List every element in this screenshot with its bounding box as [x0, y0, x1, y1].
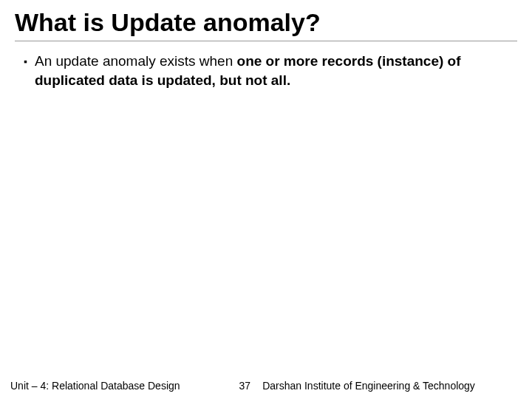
slide-container: What is Update anomaly? ▪ An update anom… — [0, 0, 532, 399]
bullet-marker-icon: ▪ — [24, 52, 27, 71]
bullet-prefix: An update anomaly exists when — [35, 53, 237, 69]
slide-footer: Unit – 4: Relational Database Design 37 … — [0, 380, 532, 392]
slide-title: What is Update anomaly? — [15, 9, 517, 41]
bullet-text: An update anomaly exists when one or mor… — [35, 52, 517, 89]
slide-content: ▪ An update anomaly exists when one or m… — [15, 52, 517, 399]
bullet-item: ▪ An update anomaly exists when one or m… — [24, 52, 517, 89]
footer-institute: Darshan Institute of Engineering & Techn… — [262, 380, 522, 392]
footer-page-number: 37 — [239, 380, 251, 392]
footer-unit: Unit – 4: Relational Database Design — [10, 380, 180, 392]
